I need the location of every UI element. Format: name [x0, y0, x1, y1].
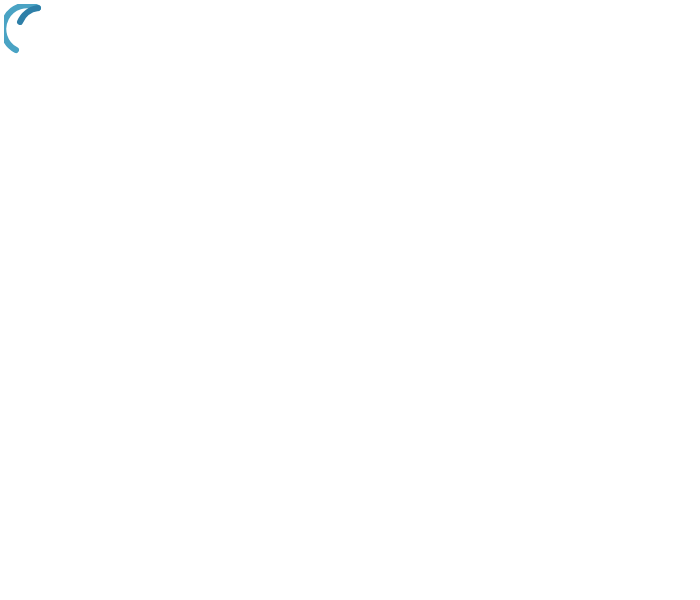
muf-distance-table	[7, 556, 20, 600]
ionogram-plot	[0, 0, 700, 600]
ionogram-app-window: { "header": { "logo_top": "Lowell", "log…	[0, 0, 700, 600]
